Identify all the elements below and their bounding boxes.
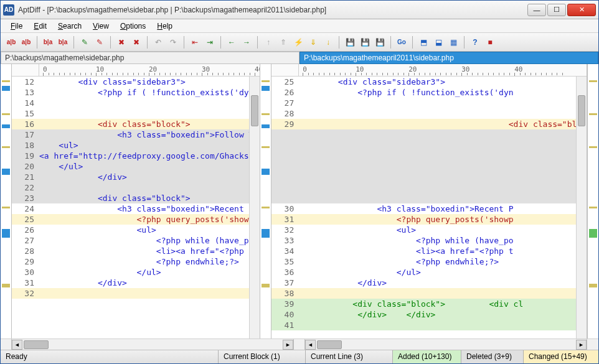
menu-file[interactable]: File	[6, 21, 27, 32]
layout-grid-icon[interactable]: ▦	[446, 35, 460, 49]
last-diff-icon[interactable]: ⇥	[203, 35, 217, 49]
edit-right-icon[interactable]: ✎	[93, 35, 106, 49]
menu-edit[interactable]: Edit	[29, 21, 52, 32]
delete-right-icon[interactable]: ✖	[130, 35, 143, 49]
copy-left-to-right-icon[interactable]: a|b	[4, 35, 18, 49]
code-line[interactable]: 16 <div class="block">	[12, 119, 260, 129]
menu-options[interactable]: Options	[115, 21, 151, 32]
maximize-button[interactable]: ☐	[547, 4, 566, 16]
code-line[interactable]: 20 </ul>	[12, 161, 260, 172]
left-code[interactable]: 12 <div class="sidebar3">13 <?php if ( !…	[12, 77, 260, 338]
right-code[interactable]: 25 <div class="sidebar3">26 <?php if ( !…	[271, 77, 587, 338]
current-diff-icon[interactable]: ⚡	[291, 35, 305, 49]
down-fast-icon[interactable]: ⇓	[306, 35, 320, 49]
line-number: 18	[12, 140, 39, 151]
scroll-right-icon[interactable]: ►	[283, 340, 293, 350]
code-line[interactable]: 26 <ul>	[12, 225, 260, 235]
code-line[interactable]: 30 <h3 class="boxedin">Recent P	[271, 203, 587, 214]
code-line[interactable]: 41	[271, 320, 587, 330]
code-line[interactable]: 25 <?php query_posts('showp	[12, 214, 260, 225]
code-line[interactable]: 35 <?php endwhile;?>	[271, 256, 587, 267]
copy-right-to-left-all-icon[interactable]: b|a	[56, 35, 70, 49]
code-line[interactable]: 25 <div class="sidebar3">	[271, 77, 587, 87]
stop-icon[interactable]: ■	[483, 35, 497, 49]
code-line[interactable]: 37 </div>	[271, 278, 587, 288]
code-line[interactable]: 27 <?php while (have_po	[12, 235, 260, 246]
line-text: <ul>	[299, 225, 587, 235]
help-icon[interactable]: ?	[468, 35, 482, 49]
code-line[interactable]	[271, 172, 587, 182]
minimize-button[interactable]: —	[527, 4, 546, 16]
code-line[interactable]: 34 <li><a href="<?php t	[271, 246, 587, 256]
code-line[interactable]: 21 </div>	[12, 172, 260, 182]
code-line[interactable]: 15	[12, 108, 260, 119]
menu-search[interactable]: Search	[53, 21, 87, 32]
left-vertical-scrollbar[interactable]	[249, 77, 260, 338]
right-file-path[interactable]: P:\backups\magathemeapril2011\sidebar.ph…	[300, 52, 598, 64]
code-line[interactable]: 23 <div class="block">	[12, 193, 260, 203]
edit-left-icon[interactable]: ✎	[78, 35, 92, 49]
left-file-path[interactable]: P:\backups\magatheme\sidebar.php	[1, 52, 300, 64]
copy-right-to-left-icon[interactable]: b|a	[41, 35, 55, 49]
down-icon[interactable]: ↓	[321, 35, 335, 49]
right-horizontal-scrollbar[interactable]: ◄ ►	[305, 339, 587, 350]
code-line[interactable]: 32	[12, 288, 260, 299]
undo-icon[interactable]: ↶	[151, 35, 165, 49]
code-line[interactable]: 31 </div>	[12, 278, 260, 288]
left-horizontal-scrollbar[interactable]: ◄ ►	[12, 339, 294, 350]
code-line[interactable]	[271, 182, 587, 193]
right-vertical-scrollbar[interactable]	[576, 77, 587, 338]
goto-icon[interactable]: Go	[395, 35, 408, 49]
code-line[interactable]: 18 <ul>	[12, 140, 260, 151]
code-line[interactable]: 19<a href="http://feedproxy.google.com/G…	[12, 151, 260, 161]
redo-icon[interactable]: ↷	[166, 35, 180, 49]
code-line[interactable]: 39 <div class="block"> <div cl	[271, 299, 587, 309]
right-overview-strip[interactable]	[587, 64, 598, 338]
code-line[interactable]: 13 <?php if ( !function_exists('dyn	[12, 87, 260, 98]
code-line[interactable]: 32 <ul>	[271, 225, 587, 235]
code-line[interactable]: 22	[12, 182, 260, 193]
code-line[interactable]	[271, 161, 587, 172]
scroll-left-icon[interactable]: ◄	[12, 340, 22, 350]
left-overview-strip[interactable]	[1, 64, 12, 338]
save-all-icon[interactable]: 💾	[373, 35, 387, 49]
code-line[interactable]: 40 </div> </div>	[271, 309, 587, 320]
code-line[interactable]	[271, 151, 587, 161]
code-line[interactable]: 31 <?php query_posts('showp	[271, 214, 587, 225]
delete-left-icon[interactable]: ✖	[115, 35, 128, 49]
menu-help[interactable]: Help	[152, 21, 177, 32]
up-fast-icon[interactable]: ⇑	[276, 35, 290, 49]
menu-view[interactable]: View	[88, 21, 114, 32]
code-line[interactable]: 24 <h3 class="boxedin">Recent P	[12, 203, 260, 214]
code-line[interactable]	[271, 140, 587, 151]
code-line[interactable]: 30 </ul>	[12, 267, 260, 278]
code-line[interactable]: 28 <li><a href="<?php t	[12, 246, 260, 256]
code-line[interactable]: 12 <div class="sidebar3">	[12, 77, 260, 87]
first-diff-icon[interactable]: ⇤	[188, 35, 202, 49]
code-line[interactable]: 38	[271, 288, 587, 299]
scroll-left-icon[interactable]: ◄	[305, 340, 316, 350]
layout-horizontal-icon[interactable]: ⬒	[417, 35, 430, 49]
line-number: 23	[12, 193, 39, 203]
code-line[interactable]: 28	[271, 108, 587, 119]
layout-vertical-icon[interactable]: ⬓	[432, 35, 445, 49]
close-button[interactable]: ✕	[567, 4, 596, 16]
scroll-right-icon[interactable]: ►	[576, 340, 587, 350]
center-overview-strip[interactable]	[260, 64, 271, 338]
up-icon[interactable]: ↑	[262, 35, 275, 49]
code-line[interactable]: 33 <?php while (have_po	[271, 235, 587, 246]
save-left-icon[interactable]: 💾	[343, 35, 357, 49]
code-line[interactable]	[271, 193, 587, 203]
copy-left-to-right-all-icon[interactable]: a|b	[19, 35, 33, 49]
code-line[interactable]: 29 <div class="bloc	[271, 119, 587, 129]
code-line[interactable]: 26 <?php if ( !function_exists('dyn	[271, 87, 587, 98]
code-line[interactable]	[271, 129, 587, 140]
code-line[interactable]: 36 </ul>	[271, 267, 587, 278]
code-line[interactable]: 29 <?php endwhile;?>	[12, 256, 260, 267]
next-diff-icon[interactable]: →	[240, 35, 253, 49]
save-right-icon[interactable]: 💾	[358, 35, 372, 49]
prev-diff-icon[interactable]: ←	[225, 35, 238, 49]
code-line[interactable]: 14	[12, 98, 260, 108]
code-line[interactable]: 27	[271, 98, 587, 108]
code-line[interactable]: 17 <h3 class="boxedin">Follow T	[12, 129, 260, 140]
